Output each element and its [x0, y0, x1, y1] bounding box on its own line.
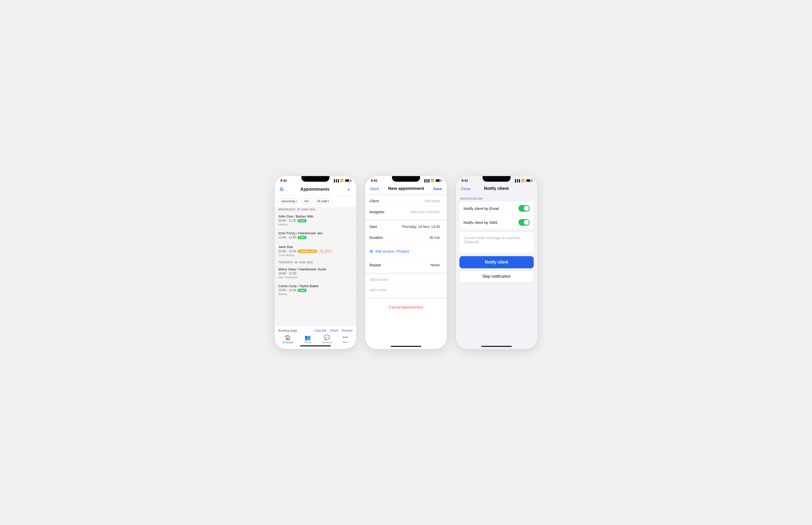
- assignee-chevron-icon: ›: [441, 210, 443, 214]
- time-2: 9:41: [371, 179, 377, 182]
- staff-filter[interactable]: All staff ▾: [314, 198, 332, 204]
- add-service-icon: ⊕: [369, 249, 373, 254]
- appointment-marry-hairy[interactable]: Marry Hairy / Hairdresser Suzie 10:00 - …: [275, 265, 356, 282]
- notify-client-button[interactable]: Notify client: [460, 256, 534, 268]
- share-button[interactable]: Share: [330, 329, 338, 332]
- client-section: Client: Add client › Assignee: Add team …: [365, 196, 447, 217]
- custom-message-field[interactable]: Custom email message to customer (Option…: [460, 232, 534, 253]
- add-note-field[interactable]: Add a note: [365, 285, 447, 295]
- screen3-notify-client: 9:41 ▐▐▐ 📶 Close Notify client NOTIFICAT…: [456, 176, 537, 349]
- appointment-izzie-frizzy[interactable]: Izzie Frizzy / Hairdresser Jen 11:00 - 1…: [275, 229, 356, 242]
- start-label: Start: [369, 225, 390, 229]
- back-label: Back: [371, 186, 379, 191]
- nav-schedule[interactable]: 🏠 Schedule: [282, 334, 293, 344]
- appt-content-5: Carrie Curly / Stylist Babel 13:00 - 14:…: [278, 284, 351, 296]
- assignee-label: Assignee:: [369, 210, 390, 214]
- sep1: [365, 194, 447, 196]
- email-toggle-label: Notify client by Email: [464, 206, 519, 211]
- schedule-icon: 🏠: [285, 334, 291, 341]
- booking-page-label: Booking page: [278, 329, 297, 332]
- nav-clients[interactable]: 👥 Clients: [304, 334, 311, 344]
- screen2-new-appointment: 9:41 ▐▐▐ 📶 ‹ Back New appointment Save C…: [365, 176, 447, 349]
- save-button[interactable]: Save: [433, 186, 442, 191]
- appt-content-2: Izzie Frizzy / Hairdresser Jen 11:00 - 1…: [278, 231, 351, 240]
- appt-name-4: Marry Hairy / Hairdresser Suzie: [278, 267, 351, 271]
- status-icons-2: ▐▐▐ 📶: [423, 179, 441, 182]
- appt-chevron-1: ›: [351, 218, 352, 222]
- time-1: 9:41: [280, 179, 287, 182]
- duration-row[interactable]: Duration 30 min ›: [365, 232, 447, 243]
- home-indicator-2: [391, 346, 421, 347]
- appt-content-4: Marry Hairy / Hairdresser Suzie 10:00 - …: [278, 267, 351, 279]
- preview-button[interactable]: Preview: [342, 329, 352, 332]
- nav-services[interactable]: 💬 Services: [322, 334, 332, 344]
- duration-chevron-icon: ›: [441, 236, 443, 240]
- notch1: [302, 176, 330, 182]
- assignee-value: Add team member: [390, 210, 440, 214]
- appt-time-3: 13:00 - 14:00 Partially paid No-show: [278, 249, 351, 253]
- assignee-row[interactable]: Assignee: Add team member ›: [365, 207, 447, 217]
- services-icon: 💬: [324, 334, 330, 341]
- appointment-carrie-curly[interactable]: Carrie Curly / Stylist Babel 13:00 - 14:…: [275, 282, 356, 298]
- copy-link-button[interactable]: Copy link: [314, 329, 327, 332]
- appointments-title: Appointments: [301, 187, 330, 192]
- appt-service-5: Styling: [278, 292, 351, 296]
- signal-icon-3: ▐▐▐: [514, 179, 520, 182]
- all-label: All: [304, 199, 307, 203]
- client-row[interactable]: Client: Add client ›: [365, 196, 447, 207]
- appt-name-1: John Doe / Barber Milo: [278, 214, 351, 218]
- location-section: Add location Add a note: [365, 274, 447, 295]
- repeat-row[interactable]: Repeat Never ›: [365, 260, 447, 270]
- email-toggle[interactable]: [519, 205, 530, 212]
- date-header-thu: THURSDAY, 29 JUNE 2022: [275, 259, 356, 265]
- notify-content: NOTIFICATION Notify client by Email Noti…: [456, 194, 537, 344]
- new-appt-header: ‹ Back New appointment Save: [365, 183, 447, 194]
- add-service-label: Add service / Product: [375, 249, 440, 253]
- appt-chevron-4: ›: [351, 271, 352, 275]
- add-location-field[interactable]: Add location: [365, 274, 447, 285]
- back-button[interactable]: ‹ Back: [369, 186, 379, 191]
- custom-message-placeholder: Custom email message to customer (Option…: [464, 236, 520, 244]
- booking-bar: Booking page Copy link Share Preview: [275, 327, 356, 334]
- services-label: Services: [322, 341, 332, 344]
- wifi-icon-3: 📶: [521, 179, 525, 182]
- start-value: Thursday, 24 Nov, 13:30: [390, 225, 440, 229]
- sep2: [365, 219, 447, 221]
- email-toggle-row[interactable]: Notify client by Email: [460, 201, 534, 215]
- all-filter[interactable]: All ▾: [302, 198, 313, 204]
- sms-toggle-row[interactable]: Notify client by SMS: [460, 215, 534, 229]
- schedule-label: Schedule: [282, 341, 293, 344]
- appt-chevron-3: ›: [351, 249, 352, 253]
- repeat-chevron-icon: ›: [441, 263, 443, 267]
- start-row[interactable]: Start Thursday, 24 Nov, 13:30 ›: [365, 221, 447, 232]
- close-button[interactable]: Close: [461, 186, 470, 191]
- battery-icon-3: [526, 179, 532, 182]
- appt-content-1: John Doe / Barber Milo 10:00 - 11:00 Pai…: [278, 214, 351, 226]
- signal-icon-2: ▐▐▐: [423, 179, 430, 182]
- nav-more[interactable]: ••• More: [343, 334, 348, 344]
- appointment-john-doe[interactable]: John Doe / Barber Milo 10:00 - 11:00 Pai…: [275, 212, 356, 229]
- skip-notification-button[interactable]: Skip notification: [460, 270, 534, 283]
- upcoming-filter[interactable]: Upcoming ▾: [278, 198, 300, 204]
- signal-icon: ▐▐▐: [333, 179, 339, 182]
- gear-icon[interactable]: ⚙: [279, 186, 284, 192]
- sms-toggle[interactable]: [519, 219, 530, 226]
- screens-container: 9:41 ▐▐▐ 📶 ⚙ Appointments ＋ Upcoming ▾ A…: [275, 176, 537, 349]
- more-icon: •••: [343, 334, 348, 340]
- appt-chevron-2: ›: [351, 234, 352, 238]
- wifi-icon-2: 📶: [431, 179, 434, 182]
- add-service-row[interactable]: ⊕ Add service / Product ›: [365, 245, 447, 258]
- add-appointment-button[interactable]: ＋: [346, 185, 351, 193]
- appt-time-4: 10:00 - 11:00: [278, 272, 351, 275]
- appt-time-2: 11:00 - 12:00 Paid: [278, 236, 351, 239]
- duration-label: Duration: [369, 236, 390, 240]
- booking-links: Copy link Share Preview: [314, 329, 352, 332]
- appt-chevron-5: ›: [351, 288, 352, 292]
- upcoming-chevron: ▾: [295, 200, 297, 202]
- appointments-header: ⚙ Appointments ＋: [275, 183, 356, 196]
- cancel-appointment-button[interactable]: Cancel Appointment: [365, 301, 447, 313]
- client-label: Client:: [369, 199, 390, 203]
- appointment-jane-doe[interactable]: Jane Doe 13:00 - 14:00 Partially paid No…: [275, 242, 356, 259]
- appt-name-2: Izzie Frizzy / Hairdresser Jen: [278, 231, 351, 235]
- notification-section-label: NOTIFICATION: [456, 194, 537, 201]
